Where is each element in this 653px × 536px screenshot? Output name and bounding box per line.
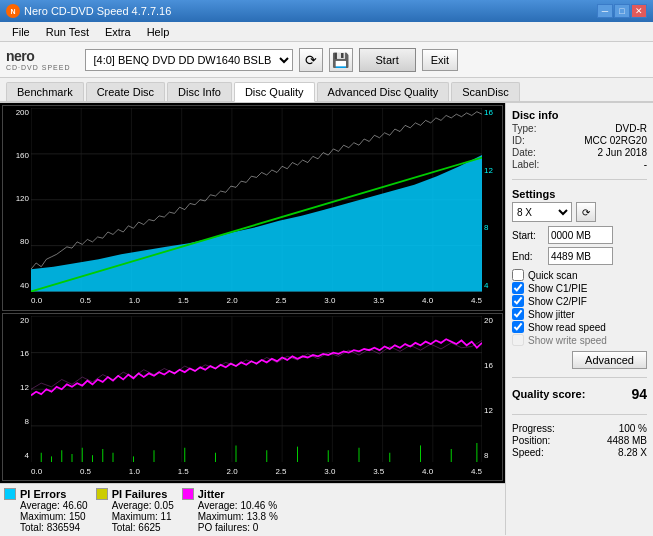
bottom-chart: 20 16 12 8 4 20 16 12 8 [2,313,503,482]
bot-x-2.0: 2.0 [227,467,238,476]
tab-bar: Benchmark Create Disc Disc Info Disc Qua… [0,78,653,103]
start-button[interactable]: Start [359,48,416,72]
refresh-icon-button[interactable]: ⟳ [299,48,323,72]
title-bar: N Nero CD-DVD Speed 4.7.7.16 ─ □ ✕ [0,0,653,22]
show-write-speed-row: Show write speed [512,334,647,346]
speed-label: Speed: [512,447,544,458]
bot-chart-yr-16: 16 [484,361,500,370]
start-mb-input[interactable] [548,226,613,244]
date-value: 2 Jun 2018 [598,147,648,158]
quick-scan-label: Quick scan [528,270,577,281]
top-chart-yr-12: 12 [484,166,500,175]
pi-errors-color [4,488,16,500]
show-write-speed-label: Show write speed [528,335,607,346]
legend-pi-errors: PI Errors Average: 46.60 Maximum: 150 To… [4,488,88,533]
bot-chart-y-16: 16 [5,349,29,358]
show-c2pif-label: Show C2/PIF [528,296,587,307]
advanced-button[interactable]: Advanced [572,351,647,369]
end-mb-input[interactable] [548,247,613,265]
settings-section: Settings 8 X ⟳ Start: End: Quick scan [512,188,647,369]
speed-row: 8 X ⟳ [512,202,647,222]
tab-create-disc[interactable]: Create Disc [86,82,165,101]
save-icon-button[interactable]: 💾 [329,48,353,72]
menu-run-test[interactable]: Run Test [38,24,97,40]
disc-info-title: Disc info [512,109,647,121]
jitter-stats: Average: 10.46 % Maximum: 13.8 % PO fail… [182,500,278,533]
jitter-label: Jitter [198,488,225,500]
top-chart-y-160: 160 [5,151,29,160]
tab-advanced-disc-quality[interactable]: Advanced Disc Quality [317,82,450,101]
quality-score-label: Quality score: [512,388,585,400]
jitter-po-label: PO failures: [198,522,250,533]
show-jitter-row: Show jitter [512,308,647,320]
bot-chart-y-20: 20 [5,316,29,325]
top-x-0.5: 0.5 [80,296,91,305]
top-x-3.0: 3.0 [324,296,335,305]
position-label: Position: [512,435,550,446]
progress-label: Progress: [512,423,555,434]
speed-reload-button[interactable]: ⟳ [576,202,596,222]
maximize-button[interactable]: □ [614,4,630,18]
minimize-button[interactable]: ─ [597,4,613,18]
exit-button[interactable]: Exit [422,49,458,71]
menu-extra[interactable]: Extra [97,24,139,40]
top-x-1.5: 1.5 [178,296,189,305]
pi-failures-max-label: Maximum: [112,511,158,522]
menu-bar: File Run Test Extra Help [0,22,653,42]
pi-errors-max-label: Maximum: [20,511,66,522]
progress-section: Progress: 100 % Position: 4488 MB Speed:… [512,423,647,459]
top-x-2.0: 2.0 [227,296,238,305]
show-c2pif-checkbox[interactable] [512,295,524,307]
divider-1 [512,179,647,180]
top-chart-yr-8: 8 [484,223,500,232]
drive-select[interactable]: [4:0] BENQ DVD DD DW1640 BSLB [85,49,293,71]
bot-x-2.5: 2.5 [275,467,286,476]
position-value: 4488 MB [607,435,647,446]
pi-failures-max-val: 11 [161,511,172,522]
divider-2 [512,377,647,378]
pi-errors-total-label: Total: [20,522,44,533]
settings-title: Settings [512,188,647,200]
show-jitter-checkbox[interactable] [512,308,524,320]
tab-benchmark[interactable]: Benchmark [6,82,84,101]
bot-x-4.0: 4.0 [422,467,433,476]
top-x-1.0: 1.0 [129,296,140,305]
top-chart-y-120: 120 [5,194,29,203]
show-c1pie-label: Show C1/PIE [528,283,587,294]
divider-3 [512,414,647,415]
pi-errors-avg-val: 46.60 [63,500,88,511]
top-chart-y-80: 80 [5,237,29,246]
top-chart-y-40: 40 [5,281,29,290]
start-label: Start: [512,230,544,241]
quick-scan-checkbox[interactable] [512,269,524,281]
right-panel: Disc info Type: DVD-R ID: MCC 02RG20 Dat… [505,103,653,535]
tab-disc-quality[interactable]: Disc Quality [234,82,315,102]
speed-select[interactable]: 8 X [512,202,572,222]
tab-disc-info[interactable]: Disc Info [167,82,232,101]
type-value: DVD-R [615,123,647,134]
show-read-speed-checkbox[interactable] [512,321,524,333]
pi-errors-label: PI Errors [20,488,66,500]
close-button[interactable]: ✕ [631,4,647,18]
pi-failures-avg-label: Average: [112,500,152,511]
tab-scan-disc[interactable]: ScanDisc [451,82,519,101]
menu-help[interactable]: Help [139,24,178,40]
menu-file[interactable]: File [4,24,38,40]
top-x-3.5: 3.5 [373,296,384,305]
nero-logo: nero CD·DVD SPEED [6,48,71,71]
show-c1pie-checkbox[interactable] [512,282,524,294]
show-read-speed-label: Show read speed [528,322,606,333]
legend-pi-failures: PI Failures Average: 0.05 Maximum: 11 To… [96,488,174,533]
top-chart-yr-16: 16 [484,108,500,117]
bot-chart-y-4: 4 [5,451,29,460]
jitter-color [182,488,194,500]
nero-logo-sub: CD·DVD SPEED [6,64,71,71]
pi-failures-avg-val: 0.05 [154,500,173,511]
pi-errors-total-val: 836594 [47,522,80,533]
pi-failures-label: PI Failures [112,488,168,500]
pi-errors-avg-label: Average: [20,500,60,511]
main-content: 200 160 120 80 40 16 12 8 4 [0,103,653,535]
toolbar: nero CD·DVD SPEED [4:0] BENQ DVD DD DW16… [0,42,653,78]
bot-chart-yr-8: 8 [484,451,500,460]
legend-area: PI Errors Average: 46.60 Maximum: 150 To… [0,483,505,535]
